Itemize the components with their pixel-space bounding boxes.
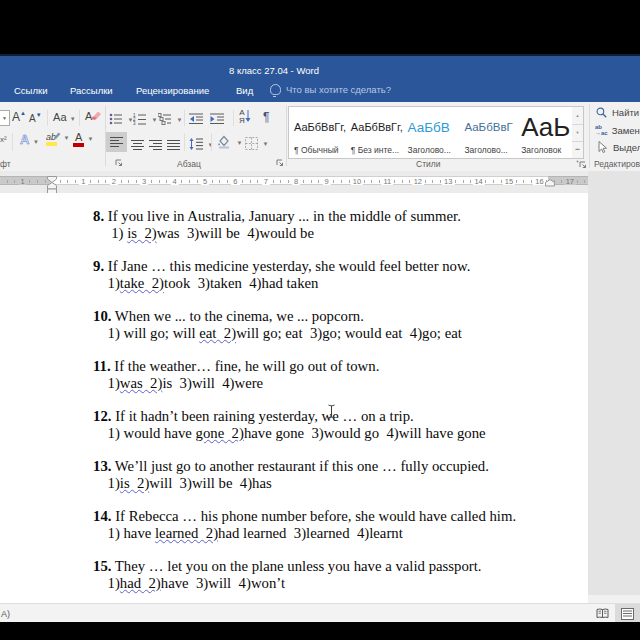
clear-formatting-button[interactable]: A — [85, 110, 101, 122]
borders-icon — [245, 137, 258, 150]
numbering-button[interactable]: 123 ▼ — [133, 111, 157, 129]
answer-line: 1) is 2)was 3)will be 4)would be — [0, 225, 560, 242]
bullet-list-icon — [109, 113, 123, 125]
increase-indent-icon — [210, 113, 225, 125]
ruler: 11234567891011121314151617 — [0, 171, 588, 193]
gallery-scroll-up-button[interactable]: ▲ — [572, 107, 583, 125]
gallery-more-button[interactable]: ▬▼ — [572, 142, 583, 158]
question-line: 14. If Rebecca … his phone number before… — [0, 508, 560, 525]
style-preview: АаЬ — [521, 109, 570, 145]
spellcheck-squiggle: eat 2) — [199, 325, 236, 341]
question-number: 12. — [93, 408, 111, 424]
question-number: 9. — [93, 258, 104, 274]
print-layout-button[interactable] — [615, 604, 640, 623]
ruler-number: 9 — [323, 178, 331, 185]
change-case-button[interactable]: Аа ▼ — [53, 111, 76, 123]
shrink-font-button[interactable]: A▼ — [29, 112, 42, 124]
replace-icon: ab→ac — [595, 124, 608, 136]
align-right-button[interactable] — [149, 137, 162, 155]
decrease-indent-icon — [189, 113, 204, 125]
ruler-number: 4 — [171, 178, 179, 185]
editing-group-label: Редактирование — [594, 159, 640, 169]
read-mode-button[interactable] — [590, 604, 615, 623]
right-indent-marker[interactable] — [545, 179, 555, 187]
font-dialog-launcher[interactable] — [115, 159, 123, 167]
question-number: 8. — [93, 208, 104, 224]
question-block: 13. We’ll just go to another restaurant … — [0, 458, 560, 492]
question-block: 15. They … let you on the plane unless y… — [0, 558, 560, 592]
select-button[interactable]: Выделить — [598, 141, 640, 153]
paragraph-dialog-launcher[interactable] — [276, 159, 284, 167]
lightbulb-icon — [270, 84, 281, 95]
ribbon-divider — [233, 110, 234, 126]
superscript-button[interactable]: x² — [0, 135, 7, 144]
find-button[interactable]: Найти — [596, 107, 639, 118]
tab-view[interactable]: Вид — [236, 85, 253, 96]
document-workspace: 8. If you live in Australia, January ...… — [0, 193, 640, 604]
status-bar: А) — [0, 603, 640, 622]
font-color-button[interactable]: А ▼ — [73, 131, 93, 147]
ribbon-divider — [79, 110, 80, 126]
tab-review[interactable]: Рецензирование — [136, 85, 209, 96]
style-item[interactable]: АаБбВвГЗаголово... — [459, 107, 516, 158]
tab-mailings[interactable]: Рассылки — [70, 85, 113, 96]
tell-me-box[interactable]: Что вы хотите сделать? — [270, 84, 391, 95]
question-block: 14. If Rebecca … his phone number before… — [0, 508, 560, 542]
decrease-indent-button[interactable] — [189, 111, 204, 129]
view-switcher — [590, 604, 640, 623]
paint-bucket-icon — [216, 135, 232, 149]
letterbox-bottom — [0, 622, 640, 640]
style-item[interactable]: АаБбВЗаголово... — [403, 107, 460, 158]
question-line: 8. If you live in Australia, January ...… — [0, 208, 560, 225]
select-label: Выделить — [613, 142, 640, 153]
align-left-button-selected[interactable] — [106, 132, 127, 152]
bullets-button[interactable]: ▼ — [109, 111, 133, 129]
replace-button[interactable]: ab→ac Заменить — [595, 124, 640, 136]
answer-line: 1) will go; will eat 2)will go; eat 3)go… — [0, 325, 560, 342]
shading-button[interactable]: ▼ — [216, 135, 242, 153]
ruler-number: 6 — [231, 178, 239, 185]
show-marks-button[interactable]: ¶ — [263, 110, 269, 124]
svg-text:3: 3 — [133, 121, 136, 125]
font-size-combo[interactable]: ▼ — [0, 110, 10, 126]
sort-button[interactable]: АЯ — [239, 109, 251, 125]
print-layout-icon — [621, 608, 634, 620]
sort-arrow-icon — [245, 109, 251, 123]
align-center-button[interactable] — [131, 137, 144, 155]
line-spacing-button[interactable]: ▼ — [189, 136, 213, 154]
style-preview: АаБбВвГг, — [294, 109, 346, 145]
spellcheck-squiggle: was 2) — [120, 375, 163, 391]
grow-font-button[interactable]: A▲ — [12, 110, 26, 124]
style-preview: АаБбВ — [408, 109, 450, 145]
spellcheck-squiggle: learned 2) — [155, 525, 218, 541]
style-label: Заголово... — [464, 145, 507, 155]
styles-gallery: АаБбВвГг,¶ ОбычныйАаБбВвГг,¶ Без инте...… — [288, 106, 574, 159]
styles-dialog-launcher[interactable] — [579, 161, 587, 169]
text-effects-button[interactable]: А ▼ — [20, 132, 39, 147]
question-line: 15. They … let you on the plane unless y… — [0, 558, 560, 575]
style-label: ¶ Обычный — [294, 145, 339, 155]
ruler-number: 16 — [533, 178, 545, 185]
style-item[interactable]: АаБбВвГг,¶ Без инте... — [346, 107, 403, 158]
style-item[interactable]: АаЬЗаголовок — [516, 107, 573, 158]
highlight-color-button[interactable]: ab ▼ — [46, 132, 69, 146]
style-item[interactable]: АаБбВвГг,¶ Обычный — [289, 107, 346, 158]
multilevel-list-button[interactable]: ▼ — [158, 111, 182, 129]
highlighter-pen-icon — [53, 132, 61, 140]
ruler-number: 1 — [79, 178, 87, 185]
paragraph-group-label: Абзац — [177, 159, 201, 169]
ruler-number: 2 — [110, 178, 118, 185]
tab-references[interactable]: Ссылки — [14, 85, 47, 96]
scrollbar-corner — [588, 595, 640, 603]
status-language[interactable]: А) — [1, 609, 10, 619]
ruler-number: 11 — [381, 178, 393, 185]
document-page[interactable]: 8. If you live in Australia, January ...… — [0, 193, 588, 604]
justify-button[interactable] — [167, 137, 180, 155]
increase-indent-button[interactable] — [210, 111, 225, 129]
font-group-label: фт — [0, 159, 11, 169]
borders-button[interactable]: ▼ — [245, 136, 268, 154]
style-label: Заголовок — [521, 145, 561, 155]
justify-icon — [167, 140, 180, 151]
gallery-scroll-down-button[interactable]: ▼ — [572, 125, 583, 142]
question-block: 11. If the weather… fine, he will go out… — [0, 358, 560, 392]
